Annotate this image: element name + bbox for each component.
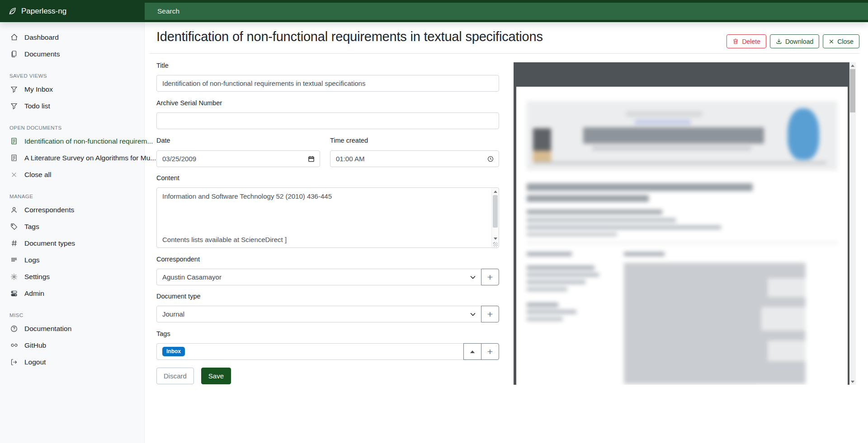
sidebar-item-dashboard[interactable]: Dashboard bbox=[0, 29, 144, 46]
document-type-select[interactable]: Journal bbox=[156, 306, 481, 322]
document-preview bbox=[514, 62, 856, 385]
title-label: Title bbox=[156, 62, 169, 69]
sidebar-item-label: Admin bbox=[24, 289, 44, 298]
home-icon bbox=[9, 33, 19, 42]
sidebar-section-misc: MISC bbox=[0, 308, 144, 320]
plus-icon: + bbox=[487, 309, 493, 319]
correspondent-label: Correspondent bbox=[156, 256, 200, 263]
scrollbar-thumb[interactable] bbox=[493, 195, 498, 228]
content-textarea[interactable]: Information and Software Technology 52 (… bbox=[156, 187, 499, 248]
tag-badge-inbox[interactable]: Inbox bbox=[162, 347, 185, 356]
sidebar-item-label: My Inbox bbox=[24, 85, 53, 93]
date-label: Date bbox=[156, 137, 170, 144]
clock-icon[interactable] bbox=[487, 156, 494, 162]
scroll-down-icon[interactable] bbox=[492, 235, 499, 242]
sidebar-item-label: Todo list bbox=[24, 102, 50, 110]
document-type-label: Document type bbox=[156, 293, 201, 300]
title-field-wrap bbox=[156, 75, 499, 92]
sidebar-item-github[interactable]: GitHub bbox=[0, 337, 144, 354]
app-brand[interactable]: Paperless-ng bbox=[8, 0, 66, 22]
sidebar-item-open-document-1[interactable]: Identification of non-functional require… bbox=[0, 133, 144, 149]
sidebar-item-label: Documents bbox=[24, 50, 60, 58]
date-field-wrap bbox=[156, 150, 320, 167]
correspondent-row: Agustin Casamayor + bbox=[156, 269, 499, 285]
document-actions: Delete Download Close bbox=[726, 34, 859, 48]
list-icon bbox=[9, 256, 19, 265]
download-label: Download bbox=[785, 38, 813, 45]
sidebar-item-document-types[interactable]: Document types bbox=[0, 235, 144, 252]
tags-collapse-button[interactable] bbox=[463, 343, 481, 360]
plus-icon: + bbox=[487, 347, 493, 356]
sidebar-item-label: A Literature Survey on Algorithms for Mu… bbox=[24, 154, 156, 162]
delete-button[interactable]: Delete bbox=[726, 34, 766, 48]
sidebar: Dashboard Documents SAVED VIEWS My Inbox… bbox=[0, 22, 145, 443]
content-label: Content bbox=[156, 174, 179, 182]
sidebar-item-settings[interactable]: Settings bbox=[0, 268, 144, 285]
correspondent-select[interactable]: Agustin Casamayor bbox=[156, 269, 481, 285]
tags-row: Inbox + bbox=[156, 343, 499, 360]
download-icon bbox=[776, 38, 782, 45]
scroll-down-icon[interactable] bbox=[849, 378, 856, 385]
download-button[interactable]: Download bbox=[770, 34, 819, 48]
sidebar-item-documents[interactable]: Documents bbox=[0, 46, 144, 62]
person-icon bbox=[9, 205, 19, 215]
close-icon bbox=[829, 39, 834, 44]
link-icon bbox=[9, 341, 19, 350]
form-actions: Discard Save bbox=[156, 368, 231, 384]
funnel-icon bbox=[9, 102, 19, 111]
sidebar-item-label: Close all bbox=[24, 171, 51, 179]
hash-icon bbox=[9, 239, 19, 248]
sidebar-item-label: Logout bbox=[24, 358, 46, 366]
logout-icon bbox=[9, 358, 19, 367]
sidebar-item-tags[interactable]: Tags bbox=[0, 218, 144, 235]
sidebar-item-label: Dashboard bbox=[24, 33, 59, 42]
search-input[interactable] bbox=[145, 3, 868, 20]
page-title: Identification of non-functional require… bbox=[156, 29, 543, 44]
content-line-1: Information and Software Technology 52 (… bbox=[162, 192, 332, 200]
file-text-icon bbox=[9, 137, 19, 146]
leaf-icon bbox=[8, 7, 17, 15]
preview-scrollbar[interactable] bbox=[849, 62, 856, 385]
plus-icon: + bbox=[487, 272, 493, 282]
resize-handle-icon[interactable] bbox=[493, 242, 498, 247]
sidebar-item-todo-list[interactable]: Todo list bbox=[0, 98, 144, 114]
save-button[interactable]: Save bbox=[201, 368, 231, 384]
scroll-up-icon[interactable] bbox=[849, 62, 856, 69]
trash-icon bbox=[732, 38, 739, 45]
chevron-down-icon bbox=[470, 312, 476, 316]
file-text-icon bbox=[9, 154, 19, 163]
sidebar-item-label: Settings bbox=[24, 273, 50, 281]
document-type-value: Journal bbox=[162, 310, 184, 318]
time-field-wrap bbox=[330, 150, 499, 167]
sidebar-item-logs[interactable]: Logs bbox=[0, 252, 144, 268]
sidebar-item-label: Tags bbox=[24, 223, 39, 231]
title-input[interactable] bbox=[157, 79, 499, 87]
sidebar-item-admin[interactable]: Admin bbox=[0, 285, 144, 302]
close-button[interactable]: Close bbox=[823, 34, 859, 48]
tags-input[interactable]: Inbox bbox=[156, 343, 464, 360]
sidebar-item-logout[interactable]: Logout bbox=[0, 354, 144, 370]
add-tag-button[interactable]: + bbox=[481, 343, 499, 360]
sidebar-item-documentation[interactable]: Documentation bbox=[0, 320, 144, 337]
calendar-icon[interactable] bbox=[308, 155, 315, 163]
delete-label: Delete bbox=[742, 38, 760, 45]
sidebar-item-label: Document types bbox=[24, 239, 75, 247]
discard-button[interactable]: Discard bbox=[156, 368, 194, 384]
sidebar-item-correspondents[interactable]: Correspondents bbox=[0, 201, 144, 218]
scroll-up-icon[interactable] bbox=[492, 188, 499, 195]
sidebar-item-open-document-2[interactable]: A Literature Survey on Algorithms for Mu… bbox=[0, 149, 144, 166]
time-created-input[interactable] bbox=[330, 155, 487, 163]
content-scrollbar[interactable] bbox=[491, 188, 498, 247]
archive-serial-number-input[interactable] bbox=[157, 117, 499, 125]
scrollbar-thumb[interactable] bbox=[850, 69, 855, 112]
time-created-label: Time created bbox=[330, 137, 368, 144]
blurred-document-content bbox=[516, 87, 848, 385]
date-input[interactable] bbox=[157, 155, 308, 163]
sidebar-item-close-all[interactable]: Close all bbox=[0, 166, 144, 183]
sidebar-item-my-inbox[interactable]: My Inbox bbox=[0, 81, 144, 98]
close-label: Close bbox=[837, 38, 854, 45]
toggles-icon bbox=[9, 289, 19, 298]
sidebar-section-manage: MANAGE bbox=[0, 189, 144, 201]
add-correspondent-button[interactable]: + bbox=[481, 269, 499, 285]
add-document-type-button[interactable]: + bbox=[481, 306, 499, 322]
